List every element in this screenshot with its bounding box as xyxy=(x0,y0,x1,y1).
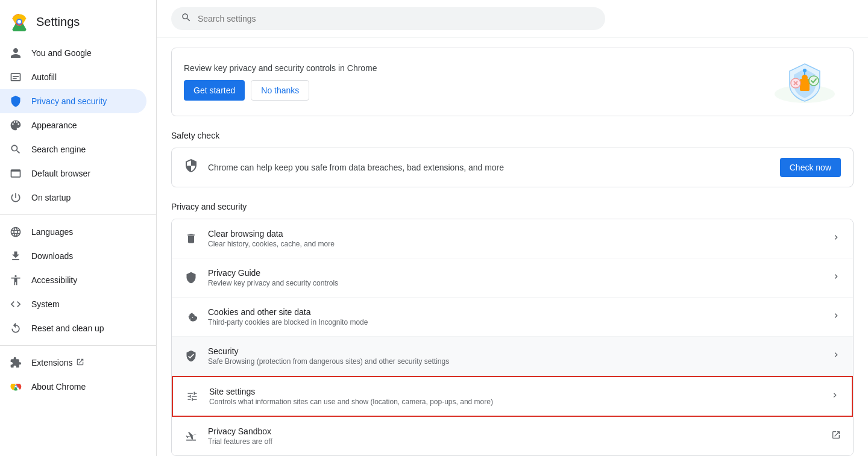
privacy-sandbox-desc: Trial features are off xyxy=(208,437,831,446)
sidebar-item-system-label: System xyxy=(31,299,60,309)
sidebar-item-extensions-label: Extensions xyxy=(31,358,72,367)
arrow-icon-2 xyxy=(831,311,841,323)
search-bar-container xyxy=(157,0,868,38)
sidebar-item-autofill-label: Autofill xyxy=(31,72,57,82)
security-item[interactable]: Security Safe Browsing (protection from … xyxy=(172,337,853,376)
reset-icon xyxy=(10,322,22,334)
cookies-item[interactable]: Cookies and other site data Third-party … xyxy=(172,298,853,337)
browser-icon xyxy=(10,167,22,180)
sidebar-divider-2 xyxy=(0,345,156,346)
privacy-guide-desc: Review key privacy and security controls xyxy=(208,279,831,287)
privacy-guide-icon xyxy=(184,272,198,284)
sidebar-item-you-and-google[interactable]: You and Google xyxy=(0,41,146,65)
sidebar-item-reset-label: Reset and clean up xyxy=(31,323,104,333)
sidebar-item-privacy-and-security[interactable]: Privacy and security xyxy=(0,89,146,113)
sidebar-item-autofill[interactable]: Autofill xyxy=(0,65,146,89)
site-settings-desc: Controls what information sites can use … xyxy=(209,398,830,406)
privacy-security-title: Privacy and security xyxy=(171,202,854,211)
sidebar-item-appearance[interactable]: Appearance xyxy=(0,113,146,137)
search-bar xyxy=(171,7,605,30)
sidebar-divider-1 xyxy=(0,214,156,215)
sidebar-item-languages-label: Languages xyxy=(31,227,73,237)
sidebar-header: Settings xyxy=(0,5,156,41)
cookie-icon xyxy=(184,311,198,323)
sidebar-item-on-startup[interactable]: On startup xyxy=(0,186,146,210)
banner-text: Review key privacy and security controls… xyxy=(184,63,759,73)
clear-browsing-data-desc: Clear history, cookies, cache, and more xyxy=(208,240,831,248)
sidebar-item-default-browser[interactable]: Default browser xyxy=(0,161,146,186)
cookies-desc: Third-party cookies are blocked in Incog… xyxy=(208,318,831,326)
sidebar-item-reset[interactable]: Reset and clean up xyxy=(0,316,146,340)
globe-icon xyxy=(10,226,22,238)
safety-check-title: Safety check xyxy=(171,131,854,140)
check-now-button[interactable]: Check now xyxy=(780,158,841,177)
clear-browsing-data-content: Clear browsing data Clear history, cooki… xyxy=(208,229,831,248)
cookies-content: Cookies and other site data Third-party … xyxy=(208,307,831,326)
privacy-sandbox-title: Privacy Sandbox xyxy=(208,426,831,436)
download-icon xyxy=(10,250,22,262)
get-started-button[interactable]: Get started xyxy=(184,80,245,101)
privacy-guide-banner: Review key privacy and security controls… xyxy=(171,48,854,116)
system-icon xyxy=(10,298,22,310)
sidebar-item-languages[interactable]: Languages xyxy=(0,220,146,244)
banner-illustration xyxy=(769,58,841,106)
security-desc: Safe Browsing (protection from dangerous… xyxy=(208,357,831,366)
power-icon xyxy=(10,192,22,204)
arrow-icon-0 xyxy=(831,233,841,245)
svg-point-9 xyxy=(803,69,807,72)
sliders-icon xyxy=(185,390,200,402)
arrow-icon-3 xyxy=(831,350,841,362)
autofill-icon xyxy=(10,71,22,83)
svg-point-10 xyxy=(809,76,819,86)
sidebar-item-accessibility-label: Accessibility xyxy=(31,275,77,285)
banner-left: Review key privacy and security controls… xyxy=(184,63,759,101)
search-icon xyxy=(181,12,192,25)
privacy-sandbox-item[interactable]: Privacy Sandbox Trial features are off xyxy=(172,417,853,455)
sidebar-item-search-engine[interactable]: Search engine xyxy=(0,137,146,161)
sidebar-item-downloads[interactable]: Downloads xyxy=(0,244,146,268)
site-settings-title: Site settings xyxy=(209,387,830,396)
sidebar-item-about-chrome-label: About Chrome xyxy=(31,382,86,392)
privacy-sandbox-content: Privacy Sandbox Trial features are off xyxy=(208,426,831,446)
clear-browsing-data-item[interactable]: Clear browsing data Clear history, cooki… xyxy=(172,219,853,258)
extensions-label-row: Extensions xyxy=(31,358,84,368)
sidebar-item-privacy-label: Privacy and security xyxy=(31,96,107,106)
content-area: Review key privacy and security controls… xyxy=(157,38,868,456)
sidebar-item-about-chrome[interactable]: About Chrome xyxy=(0,375,146,399)
search-input[interactable] xyxy=(198,14,596,23)
palette-icon xyxy=(10,119,22,131)
cookies-title: Cookies and other site data xyxy=(208,307,831,317)
puzzle-icon xyxy=(10,357,22,369)
privacy-guide-content: Privacy Guide Review key privacy and sec… xyxy=(208,268,831,287)
sidebar-item-appearance-label: Appearance xyxy=(31,120,77,130)
external-icon-5 xyxy=(831,430,841,442)
sidebar-item-downloads-label: Downloads xyxy=(31,251,73,261)
sidebar-item-on-startup-label: On startup xyxy=(31,193,71,202)
privacy-guide-item[interactable]: Privacy Guide Review key privacy and sec… xyxy=(172,258,853,298)
clear-browsing-data-title: Clear browsing data xyxy=(208,229,831,239)
sidebar-item-system[interactable]: System xyxy=(0,292,146,316)
accessibility-icon xyxy=(10,274,22,286)
security-title: Security xyxy=(208,346,831,356)
sidebar-item-search-engine-label: Search engine xyxy=(31,145,86,154)
trash-icon xyxy=(184,233,198,245)
chrome-logo-icon xyxy=(10,12,29,31)
sidebar-item-you-and-google-label: You and Google xyxy=(31,48,92,58)
search-engine-icon xyxy=(10,143,22,155)
sidebar-item-accessibility[interactable]: Accessibility xyxy=(0,268,146,292)
sidebar: Settings You and Google Autofill Privacy… xyxy=(0,0,157,456)
site-settings-item[interactable]: Site settings Controls what information … xyxy=(172,376,853,417)
sidebar-item-extensions[interactable]: Extensions xyxy=(0,351,146,375)
security-content: Security Safe Browsing (protection from … xyxy=(208,346,831,366)
privacy-guide-title: Privacy Guide xyxy=(208,268,831,278)
safety-shield-icon xyxy=(184,158,198,176)
person-icon xyxy=(10,47,22,59)
safety-check-text: Chrome can help keep you safe from data … xyxy=(208,163,770,172)
main-content: Review key privacy and security controls… xyxy=(157,0,868,456)
arrow-icon-4 xyxy=(830,390,840,402)
extensions-external-icon xyxy=(76,358,84,368)
no-thanks-button[interactable]: No thanks xyxy=(251,80,309,101)
sandbox-icon xyxy=(184,430,198,442)
app-title: Settings xyxy=(36,15,80,29)
arrow-icon-1 xyxy=(831,272,841,284)
